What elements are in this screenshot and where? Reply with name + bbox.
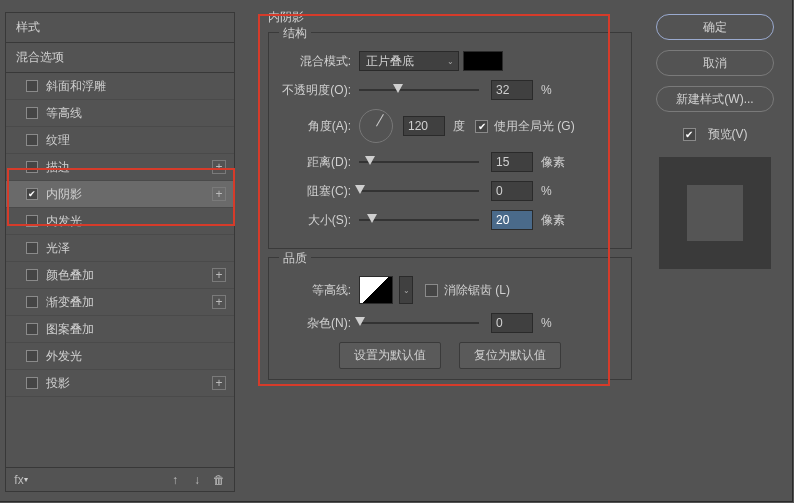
sidebar-subheader[interactable]: 混合选项 (6, 43, 234, 73)
angle-unit: 度 (453, 118, 465, 135)
sidebar-item-label: 内阴影 (46, 186, 82, 203)
angle-input[interactable]: 120 (403, 116, 445, 136)
choke-slider[interactable] (359, 183, 479, 199)
noise-label: 杂色(N): (281, 315, 359, 332)
sidebar-item-label: 描边 (46, 159, 70, 176)
global-light-label: 使用全局光 (G) (494, 118, 575, 135)
styles-sidebar: 样式 混合选项 斜面和浮雕等高线纹理描边+✔内阴影+内发光光泽颜色叠加+渐变叠加… (5, 12, 235, 492)
distance-slider[interactable] (359, 154, 479, 170)
opacity-label: 不透明度(O): (281, 82, 359, 99)
up-arrow-icon[interactable]: ↑ (168, 473, 182, 487)
contour-picker[interactable] (359, 276, 393, 304)
noise-input[interactable]: 0 (491, 313, 533, 333)
preview-thumbnail (659, 157, 771, 269)
opacity-unit: % (541, 83, 552, 97)
style-checkbox[interactable] (26, 107, 38, 119)
sidebar-item-7[interactable]: 颜色叠加+ (6, 262, 234, 289)
sidebar-item-label: 光泽 (46, 240, 70, 257)
noise-unit: % (541, 316, 552, 330)
add-effect-icon[interactable]: + (212, 268, 226, 282)
sidebar-item-label: 纹理 (46, 132, 70, 149)
contour-dropdown[interactable]: ⌄ (399, 276, 413, 304)
choke-input[interactable]: 0 (491, 181, 533, 201)
inner-shadow-panel: 内阴影 结构 混合模式: 正片叠底 ⌄ 不透明度(O): 32 % 角度(A):… (260, 5, 640, 388)
opacity-slider[interactable] (359, 82, 479, 98)
style-checkbox[interactable] (26, 134, 38, 146)
angle-label: 角度(A): (281, 118, 359, 135)
quality-legend: 品质 (279, 250, 311, 267)
noise-slider[interactable] (359, 315, 479, 331)
size-label: 大小(S): (281, 212, 359, 229)
shadow-color-swatch[interactable] (463, 51, 503, 71)
add-effect-icon[interactable]: + (212, 295, 226, 309)
sidebar-item-label: 投影 (46, 375, 70, 392)
sidebar-header: 样式 (6, 13, 234, 43)
style-checkbox[interactable] (26, 350, 38, 362)
style-checkbox[interactable] (26, 80, 38, 92)
style-checkbox[interactable] (26, 242, 38, 254)
size-input[interactable]: 20 (491, 210, 533, 230)
global-light-checkbox[interactable]: ✔ (475, 120, 488, 133)
sidebar-footer: fx▾ ↑ ↓ 🗑 (6, 467, 234, 491)
blend-mode-label: 混合模式: (281, 53, 359, 70)
make-default-button[interactable]: 设置为默认值 (339, 342, 441, 369)
preview-checkbox[interactable]: ✔ (683, 128, 696, 141)
dialog-buttons: 确定 取消 新建样式(W)... ✔ 预览(V) (654, 14, 776, 269)
quality-fieldset: 品质 等高线: ⌄ 消除锯齿 (L) 杂色(N): 0 % 设置为默认值 复位为… (268, 257, 632, 380)
style-checkbox[interactable]: ✔ (26, 188, 38, 200)
reset-default-button[interactable]: 复位为默认值 (459, 342, 561, 369)
panel-title: 内阴影 (260, 5, 640, 30)
sidebar-item-label: 渐变叠加 (46, 294, 94, 311)
antialias-label: 消除锯齿 (L) (444, 282, 510, 299)
sidebar-item-4[interactable]: ✔内阴影+ (6, 181, 234, 208)
ok-button[interactable]: 确定 (656, 14, 774, 40)
cancel-button[interactable]: 取消 (656, 50, 774, 76)
sidebar-item-label: 斜面和浮雕 (46, 78, 106, 95)
sidebar-item-10[interactable]: 外发光 (6, 343, 234, 370)
sidebar-item-label: 等高线 (46, 105, 82, 122)
add-effect-icon[interactable]: + (212, 160, 226, 174)
trash-icon[interactable]: 🗑 (212, 473, 226, 487)
sidebar-item-8[interactable]: 渐变叠加+ (6, 289, 234, 316)
add-effect-icon[interactable]: + (212, 187, 226, 201)
style-checkbox[interactable] (26, 161, 38, 173)
sidebar-item-5[interactable]: 内发光 (6, 208, 234, 235)
angle-dial[interactable] (359, 109, 393, 143)
opacity-input[interactable]: 32 (491, 80, 533, 100)
style-checkbox[interactable] (26, 323, 38, 335)
style-checkbox[interactable] (26, 377, 38, 389)
size-slider[interactable] (359, 212, 479, 228)
choke-unit: % (541, 184, 552, 198)
style-checkbox[interactable] (26, 215, 38, 227)
antialias-checkbox[interactable] (425, 284, 438, 297)
sidebar-item-9[interactable]: 图案叠加 (6, 316, 234, 343)
add-effect-icon[interactable]: + (212, 376, 226, 390)
sidebar-item-label: 图案叠加 (46, 321, 94, 338)
sidebar-item-1[interactable]: 等高线 (6, 100, 234, 127)
sidebar-item-label: 外发光 (46, 348, 82, 365)
blend-mode-value: 正片叠底 (366, 53, 414, 70)
distance-label: 距离(D): (281, 154, 359, 171)
style-checkbox[interactable] (26, 296, 38, 308)
contour-label: 等高线: (281, 282, 359, 299)
new-style-button[interactable]: 新建样式(W)... (656, 86, 774, 112)
blend-mode-dropdown[interactable]: 正片叠底 ⌄ (359, 51, 459, 71)
preview-label: 预览(V) (708, 126, 748, 143)
down-arrow-icon[interactable]: ↓ (190, 473, 204, 487)
sidebar-item-label: 颜色叠加 (46, 267, 94, 284)
distance-input[interactable]: 15 (491, 152, 533, 172)
sidebar-item-6[interactable]: 光泽 (6, 235, 234, 262)
structure-legend: 结构 (279, 25, 311, 42)
sidebar-item-11[interactable]: 投影+ (6, 370, 234, 397)
size-unit: 像素 (541, 212, 565, 229)
style-checkbox[interactable] (26, 269, 38, 281)
sidebar-item-2[interactable]: 纹理 (6, 127, 234, 154)
sidebar-item-label: 内发光 (46, 213, 82, 230)
sidebar-item-3[interactable]: 描边+ (6, 154, 234, 181)
choke-label: 阻塞(C): (281, 183, 359, 200)
distance-unit: 像素 (541, 154, 565, 171)
sidebar-item-0[interactable]: 斜面和浮雕 (6, 73, 234, 100)
fx-icon[interactable]: fx▾ (14, 473, 28, 487)
chevron-down-icon: ⌄ (447, 57, 454, 66)
structure-fieldset: 结构 混合模式: 正片叠底 ⌄ 不透明度(O): 32 % 角度(A): 120… (268, 32, 632, 249)
